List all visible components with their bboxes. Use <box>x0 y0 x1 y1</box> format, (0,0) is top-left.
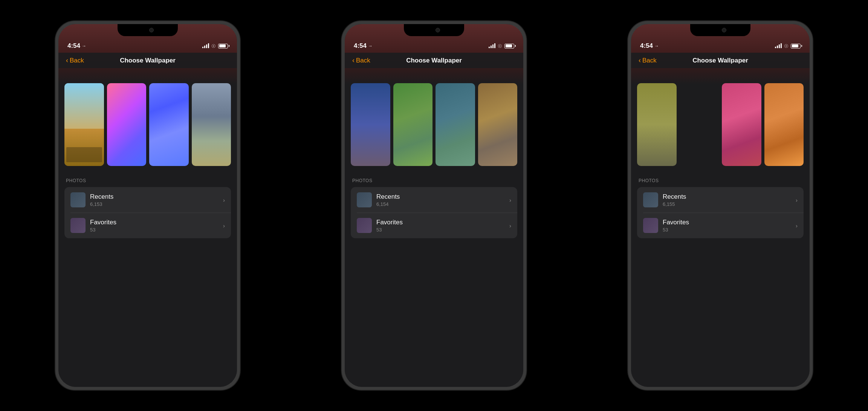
favorites-info-3: Favorites 53 <box>663 219 796 233</box>
favorites-info: Favorites 53 <box>90 219 223 233</box>
wallpaper-thumb-2-2[interactable] <box>393 83 433 166</box>
battery-fill-3 <box>792 44 799 47</box>
volume-up-button-3 <box>628 99 629 118</box>
recents-thumb-3 <box>643 192 658 207</box>
favorites-chevron-icon-2: › <box>509 222 511 229</box>
favorites-thumb <box>70 218 86 233</box>
status-icons-3: ☉ <box>775 43 801 49</box>
notch <box>118 24 178 36</box>
signal-bar-4 <box>208 43 209 48</box>
battery-fill-2 <box>506 44 512 47</box>
phone-2-wrapper: 4:54 → ☉ <box>291 8 577 403</box>
recents-name: Recents <box>90 193 223 201</box>
wallpaper-thumb-3-2[interactable] <box>680 83 719 166</box>
favorites-count: 53 <box>90 227 223 233</box>
back-label-2: Back <box>356 57 370 64</box>
wallpaper-thumb-3[interactable] <box>149 83 189 166</box>
wallpaper-thumb-2-1[interactable] <box>351 83 390 166</box>
volume-down-button <box>55 124 56 143</box>
back-chevron-icon-2: ‹ <box>352 56 355 64</box>
camera-2 <box>436 28 440 32</box>
signal-bar-2 <box>204 46 205 48</box>
status-time-2: 4:54 → <box>354 42 373 50</box>
status-bar-3: 4:54 → ☉ <box>631 36 810 53</box>
signal-bar-1 <box>202 47 203 48</box>
wallpaper-thumb-2[interactable] <box>107 83 147 166</box>
battery-icon-3 <box>791 44 801 49</box>
back-button-3[interactable]: ‹ Back <box>639 56 657 64</box>
nav-bar-2: ‹ Back Choose Wallpaper <box>345 53 523 68</box>
favorites-info-2: Favorites 53 <box>376 219 509 233</box>
favorites-item-2[interactable]: Favorites 53 › <box>351 213 517 238</box>
status-bar-2: 4:54 → ☉ <box>345 36 523 53</box>
signal-bar-3 <box>492 44 494 48</box>
status-time: 4:54 → <box>67 42 86 50</box>
phone-3-screen: 4:54 → ☉ <box>631 24 810 387</box>
recents-chevron-icon-2: › <box>509 197 511 203</box>
photos-header-3: PHOTOS <box>631 172 810 187</box>
phone-2-screen: 4:54 → ☉ <box>345 24 523 387</box>
signal-bars <box>202 44 209 48</box>
favorites-name-2: Favorites <box>376 219 509 226</box>
recents-name-3: Recents <box>663 193 796 201</box>
favorites-item[interactable]: Favorites 53 › <box>64 213 231 238</box>
phone-3-wrapper: 4:54 → ☉ <box>577 8 863 403</box>
screen-content-2: HOME WALLPAPER PHOTOS Recents <box>345 68 523 387</box>
recents-info-3: Recents 6,155 <box>663 193 796 207</box>
wifi-icon: ☉ <box>211 43 216 49</box>
favorites-count-3: 53 <box>663 227 796 233</box>
battery-icon-2 <box>504 44 514 49</box>
wallpaper-thumb-2-3[interactable] <box>436 83 475 166</box>
wallpaper-thumb-1[interactable] <box>64 83 104 166</box>
wallpaper-thumb-3-1[interactable] <box>637 83 677 166</box>
signal-bar-4 <box>781 43 782 48</box>
back-button-2[interactable]: ‹ Back <box>352 56 370 64</box>
favorites-count-2: 53 <box>376 227 509 233</box>
signal-bar-3 <box>206 44 207 48</box>
recents-name-2: Recents <box>376 193 509 201</box>
favorites-name: Favorites <box>90 219 223 226</box>
back-button[interactable]: ‹ Back <box>66 56 84 64</box>
back-chevron-icon-3: ‹ <box>639 56 641 64</box>
recents-info-2: Recents 6,154 <box>376 193 509 207</box>
phones-container: 4:54 → ☉ <box>0 0 868 411</box>
photos-header: PHOTOS <box>58 172 237 187</box>
wallpaper-thumb-2-4[interactable] <box>478 83 518 166</box>
status-icons: ☉ <box>202 43 228 49</box>
phone-1-screen: 4:54 → ☉ <box>58 24 237 387</box>
favorites-item-3[interactable]: Favorites 53 › <box>637 213 804 238</box>
recents-thumb <box>70 192 86 207</box>
recents-chevron-icon-3: › <box>796 197 798 203</box>
favorites-chevron-icon: › <box>223 222 225 229</box>
favorites-name-3: Favorites <box>663 219 796 226</box>
nav-title: Choose Wallpaper <box>120 57 176 64</box>
recents-item-2[interactable]: Recents 6,154 › <box>351 187 517 213</box>
photos-list-2: Recents 6,154 › Favorites 53 › <box>351 187 517 238</box>
wallpaper-thumb-4[interactable] <box>192 83 231 166</box>
signal-bar-1 <box>775 47 776 48</box>
nav-title-2: Choose Wallpaper <box>406 57 462 64</box>
back-chevron-icon: ‹ <box>66 56 68 64</box>
notch-2 <box>404 24 464 36</box>
camera <box>149 28 154 32</box>
phone-1-wrapper: 4:54 → ☉ <box>5 8 291 403</box>
phone-3-frame: 4:54 → ☉ <box>628 21 813 390</box>
recents-count: 6,153 <box>90 201 223 207</box>
back-label-3: Back <box>642 57 657 64</box>
volume-up-button <box>55 99 56 118</box>
recents-item-3[interactable]: Recents 6,155 › <box>637 187 804 213</box>
screen-content: HOME WALLPAPER PHOTOS <box>58 68 237 387</box>
wallpaper-thumb-3-3[interactable] <box>722 83 761 166</box>
nav-bar: ‹ Back Choose Wallpaper <box>58 53 237 68</box>
status-time-3: 4:54 → <box>640 42 659 50</box>
recents-item[interactable]: Recents 6,153 › <box>64 187 231 213</box>
recents-info: Recents 6,153 <box>90 193 223 207</box>
location-icon-2: → <box>368 43 373 49</box>
wallpaper-thumb-3-4[interactable] <box>764 83 804 166</box>
photos-list-3: Recents 6,155 › Favorites 53 › <box>637 187 804 238</box>
recents-thumb-2 <box>357 192 372 207</box>
signal-bar-1 <box>489 47 490 48</box>
wallpaper-grid-3 <box>631 83 810 172</box>
battery-icon <box>218 44 228 49</box>
signal-bars-3 <box>775 44 782 48</box>
